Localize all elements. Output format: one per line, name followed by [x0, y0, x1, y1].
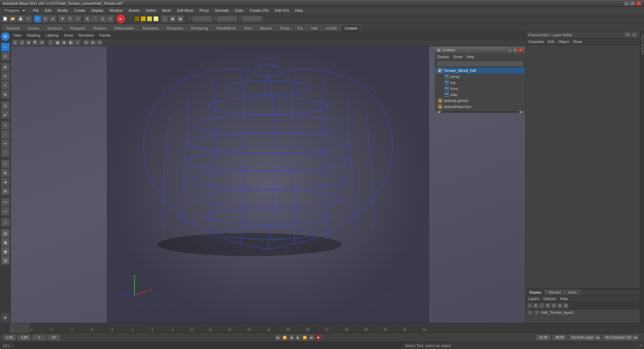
- tab-dynamics[interactable]: Dynamics: [163, 24, 187, 31]
- show-manips-tool[interactable]: ◇: [1, 218, 10, 227]
- layer-lock-toggle[interactable]: /: [534, 310, 539, 315]
- go-to-start-btn[interactable]: ⏮: [275, 335, 281, 341]
- component-mode-2[interactable]: ▦: [1, 238, 10, 247]
- vp-tool-2[interactable]: ◫: [19, 40, 25, 46]
- tree-item-persp[interactable]: 📷 persp: [435, 73, 525, 80]
- light-btn-1[interactable]: [128, 16, 133, 21]
- undo-btn[interactable]: ↩: [24, 15, 32, 22]
- le-menu-options[interactable]: Options: [543, 297, 556, 301]
- light-btn-4[interactable]: [147, 16, 152, 21]
- scale-tool-left[interactable]: ⤢: [1, 81, 10, 90]
- component-mode-3[interactable]: ▩: [1, 247, 10, 256]
- vp-shading-3[interactable]: ■: [61, 40, 67, 46]
- pencil-tool[interactable]: ✏: [1, 139, 10, 148]
- menu-create[interactable]: Create: [71, 8, 88, 13]
- layer-create-from-selection-btn[interactable]: ⊕: [533, 303, 538, 308]
- select-tool[interactable]: ↖: [1, 43, 10, 51]
- component-mode-4[interactable]: ▧: [1, 256, 10, 265]
- tree-item-top[interactable]: 📷 top: [435, 80, 525, 86]
- tree-item-tomato[interactable]: ▶ Tomato_Sliced_half: [435, 67, 525, 73]
- layer-create-btn[interactable]: +: [527, 303, 532, 308]
- step-back-btn[interactable]: ⏪: [282, 335, 288, 341]
- character-set-select[interactable]: No Character Set: [602, 335, 639, 341]
- outliner-menu-show[interactable]: Show: [453, 55, 463, 59]
- cluster-tool[interactable]: ◈: [1, 178, 10, 186]
- layer-delete-btn[interactable]: -: [539, 303, 544, 308]
- cb-icon-2[interactable]: ✕: [631, 32, 637, 38]
- light-btn-5[interactable]: [153, 16, 159, 21]
- paint-select-btn[interactable]: 🖌: [49, 15, 57, 22]
- menu-normals[interactable]: Normals: [212, 8, 231, 13]
- layer-tab-render[interactable]: Render: [545, 289, 565, 295]
- step-forward-btn[interactable]: ⏩: [302, 335, 308, 341]
- menu-edit-mesh[interactable]: Edit Mesh: [174, 8, 196, 13]
- playback-start-field2[interactable]: 1.00: [17, 335, 31, 341]
- menu-edit-uvs[interactable]: Edit UVs: [272, 8, 292, 13]
- z-field[interactable]: [242, 16, 262, 22]
- component-mode-1[interactable]: ▤: [1, 229, 10, 238]
- outliner-close-btn[interactable]: ✕: [518, 48, 523, 52]
- menu-select[interactable]: Select: [143, 8, 159, 13]
- menu-color[interactable]: Color: [232, 8, 246, 13]
- vp-shading-5[interactable]: ▪: [74, 40, 80, 46]
- lattice-tool[interactable]: ⊞: [1, 168, 10, 177]
- layer-select-objects-btn[interactable]: ◎: [557, 303, 562, 308]
- le-menu-layers[interactable]: Layers: [528, 297, 539, 301]
- menu-proxy[interactable]: Proxy: [197, 8, 212, 13]
- paint-weights-tool[interactable]: 🖌: [1, 110, 10, 119]
- tree-item-defaultlightset[interactable]: ◈ defaultLightSet: [435, 98, 525, 104]
- vp-tool-3[interactable]: ⊞: [25, 40, 32, 46]
- tab-animation[interactable]: Animation: [139, 24, 163, 31]
- tab-rendering[interactable]: Rendering: [187, 24, 212, 31]
- layer-tab-anim[interactable]: Anim: [565, 289, 580, 295]
- play-back-btn[interactable]: ◀: [288, 335, 294, 341]
- light-btn-2[interactable]: [134, 16, 140, 21]
- menu-create-uvs[interactable]: Create UVs: [247, 8, 271, 13]
- display-mode-2[interactable]: ▣: [169, 15, 176, 22]
- playback-end-field[interactable]: 24: [47, 335, 60, 341]
- tab-deformation[interactable]: Deformation: [111, 24, 138, 31]
- scroll-right-btn[interactable]: ▶: [519, 111, 524, 113]
- cb-menu-channels[interactable]: Channels: [528, 40, 544, 44]
- snap-view-btn[interactable]: ⊙: [107, 15, 114, 22]
- range-start-field[interactable]: 24.00: [536, 335, 551, 341]
- le-menu-help[interactable]: Help: [560, 297, 568, 301]
- layer-group-btn[interactable]: ⊟: [563, 303, 569, 308]
- scroll-left-btn[interactable]: ◀: [436, 111, 441, 113]
- cb-menu-show[interactable]: Show: [573, 40, 582, 44]
- outliner-hscrollbar[interactable]: ◀ ▶: [435, 111, 525, 112]
- scale-tool-btn[interactable]: ⤢: [74, 15, 82, 22]
- menu-mesh[interactable]: Mesh: [159, 8, 174, 13]
- vp-shading-1[interactable]: □: [48, 40, 54, 46]
- go-to-end-btn[interactable]: ⏭: [309, 335, 315, 341]
- render-btn[interactable]: ▶: [116, 14, 125, 23]
- tab-subdivs[interactable]: Subdivs: [90, 24, 110, 31]
- snap-grid-btn[interactable]: ⊞: [84, 15, 91, 22]
- tab-hair[interactable]: Hair: [308, 24, 322, 31]
- menu-window[interactable]: Window: [107, 8, 125, 13]
- timeline-ruler[interactable]: 1 2 3 4 5 6 7 8 9 10 11 12 13 14 15 16 1: [11, 323, 644, 333]
- anim-layer-select[interactable]: No Anim Layer: [569, 335, 601, 341]
- viewport-menu-show[interactable]: Show: [64, 33, 73, 37]
- menu-edit[interactable]: Edit: [42, 8, 54, 13]
- viewport-menu-shading[interactable]: Shading: [27, 33, 40, 37]
- snap-point-btn[interactable]: ◎: [99, 15, 106, 22]
- move-tool-btn[interactable]: ✥: [59, 15, 66, 22]
- light-btn-3[interactable]: [141, 16, 146, 21]
- tab-polygons[interactable]: Polygons: [66, 24, 89, 31]
- rotate-tool-left[interactable]: ↻: [1, 72, 10, 81]
- cb-menu-edit[interactable]: Edit: [548, 40, 554, 44]
- vp-tool-1[interactable]: ⊡: [12, 40, 18, 46]
- play-forward-btn[interactable]: ▶: [295, 335, 301, 341]
- blend-shape-tool[interactable]: ⊠: [1, 187, 10, 195]
- playback-start-field[interactable]: 1.00: [3, 335, 16, 341]
- vp-tool-4[interactable]: 🔍: [32, 40, 38, 46]
- menu-file[interactable]: File: [30, 8, 42, 13]
- tab-curves[interactable]: Curves: [24, 24, 43, 31]
- tab-fur[interactable]: Fur: [294, 24, 307, 31]
- maximize-button[interactable]: □: [630, 1, 635, 6]
- vp-display-1[interactable]: ⊘: [83, 40, 89, 46]
- viewport-menu-panels[interactable]: Panels: [99, 33, 111, 37]
- cb-icon-1[interactable]: ⚙: [625, 32, 631, 38]
- curve-tool[interactable]: ∿: [1, 121, 10, 130]
